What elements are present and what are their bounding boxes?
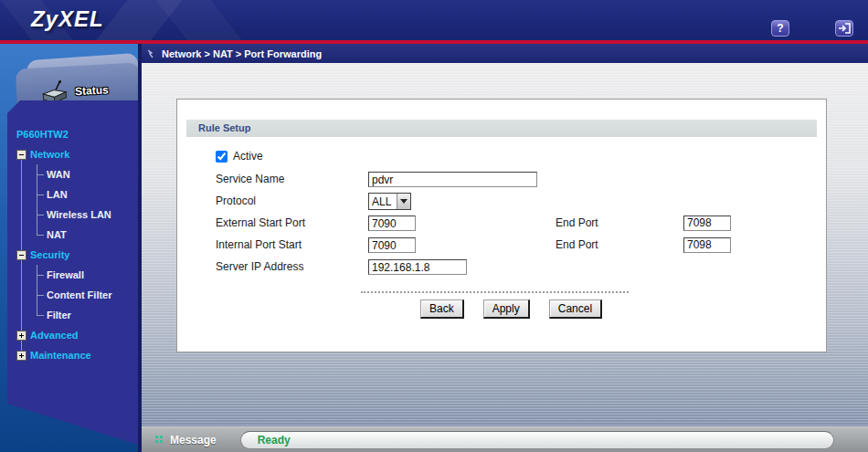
security-children: Firewall Content Filter Filter xyxy=(37,265,135,325)
panel-title: Rule Setup xyxy=(186,120,817,137)
service-name-label: Service Name xyxy=(216,173,368,185)
sidebar-item-filter[interactable]: Filter xyxy=(37,305,135,325)
sidebar-item-firewall[interactable]: Firewall xyxy=(37,265,135,285)
select-dropdown-button[interactable] xyxy=(397,194,410,209)
internal-end-port-label: End Port xyxy=(556,238,683,251)
sidebar-item-maintenance[interactable]: Maintenance xyxy=(16,345,135,365)
internal-end-port-input[interactable] xyxy=(683,237,731,253)
sidebar-item-network[interactable]: Network xyxy=(16,144,135,164)
separator xyxy=(361,291,629,293)
rule-setup-panel: Rule Setup Active Service Name Protocol xyxy=(176,99,827,352)
sidebar-item-nat[interactable]: NAT xyxy=(37,225,135,245)
breadcrumb: Network > NAT > Port Forwarding xyxy=(162,48,322,59)
help-button[interactable]: ? xyxy=(771,20,789,37)
expand-icon[interactable] xyxy=(16,331,26,341)
external-end-port-label: End Port xyxy=(556,216,683,229)
sidebar-item-wan[interactable]: WAN xyxy=(37,164,135,184)
external-start-port-input[interactable] xyxy=(368,215,416,231)
breadcrumb-bar: Network > NAT > Port Forwarding xyxy=(142,44,868,63)
active-row: Active xyxy=(216,149,826,163)
internal-start-port-label: Internal Port Start xyxy=(216,238,368,251)
message-field: Ready xyxy=(240,431,834,449)
logout-button[interactable] xyxy=(835,20,853,37)
breadcrumb-icon xyxy=(147,49,156,58)
zyxel-admin-page: ZyXEL ? Status xyxy=(0,0,868,452)
server-ip-row: Server IP Address xyxy=(177,256,826,278)
active-label: Active xyxy=(233,150,263,163)
help-icon: ? xyxy=(777,22,783,35)
message-grid-icon xyxy=(155,436,164,444)
form-rows: Service Name Protocol ALL xyxy=(177,168,826,278)
content-column: Network > NAT > Port Forwarding Rule Set… xyxy=(142,44,868,452)
network-children: WAN LAN Wireless LAN NAT xyxy=(37,164,135,245)
sidebar-item-wireless-lan[interactable]: Wireless LAN xyxy=(37,205,135,225)
chevron-down-icon xyxy=(400,199,408,204)
zyxel-logo: ZyXEL xyxy=(31,6,104,32)
nav-tree: P660HTW2 Network WAN LAN Wireless LAN NA… xyxy=(16,124,135,365)
internal-start-port-input[interactable] xyxy=(368,237,416,253)
back-button[interactable]: Back xyxy=(420,300,464,319)
active-checkbox[interactable] xyxy=(216,151,228,163)
cancel-button[interactable]: Cancel xyxy=(549,300,602,319)
protocol-select[interactable]: ALL xyxy=(368,193,411,210)
sidebar-item-security[interactable]: Security xyxy=(16,245,135,265)
button-row: Back Apply Cancel xyxy=(420,300,826,319)
expand-icon[interactable] xyxy=(16,351,26,361)
server-ip-label: Server IP Address xyxy=(216,260,368,273)
status-tab-label: Status xyxy=(75,83,109,98)
external-port-row: External Start Port End Port xyxy=(177,212,826,234)
internal-port-row: Internal Port Start End Port xyxy=(177,234,826,256)
external-end-port-input[interactable] xyxy=(683,215,731,231)
protocol-label: Protocol xyxy=(216,194,368,207)
logout-icon xyxy=(838,23,851,34)
device-name: P660HTW2 xyxy=(16,124,135,144)
status-text: Ready xyxy=(258,434,291,447)
message-label: Message xyxy=(170,434,217,447)
app-header: ZyXEL ? xyxy=(0,0,868,40)
nav-panel: P660HTW2 Network WAN LAN Wireless LAN NA… xyxy=(7,100,138,445)
sidebar-item-advanced[interactable]: Advanced xyxy=(16,325,135,345)
status-bar: Message Ready xyxy=(142,426,868,452)
sidebar: Status P660HTW2 Network WAN LAN Wireless… xyxy=(0,44,142,452)
server-ip-input[interactable] xyxy=(368,259,467,275)
sidebar-item-content-filter[interactable]: Content Filter xyxy=(37,285,135,305)
external-start-port-label: External Start Port xyxy=(216,216,368,229)
sidebar-item-lan[interactable]: LAN xyxy=(37,184,135,205)
service-name-row: Service Name xyxy=(177,168,826,190)
protocol-row: Protocol ALL xyxy=(177,190,826,212)
protocol-selected-value: ALL xyxy=(369,194,397,209)
collapse-icon[interactable] xyxy=(16,250,26,260)
content-body: Rule Setup Active Service Name Protocol xyxy=(142,63,868,426)
service-name-input[interactable] xyxy=(368,172,537,187)
collapse-icon[interactable] xyxy=(16,150,26,160)
apply-button[interactable]: Apply xyxy=(483,300,530,319)
